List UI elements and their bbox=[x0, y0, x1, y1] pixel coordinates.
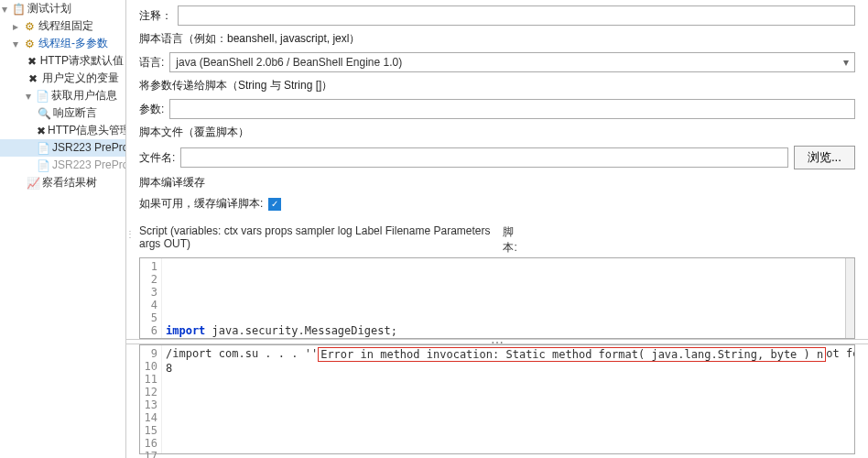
chevron-down-icon: ▾ bbox=[843, 56, 849, 69]
line-gutter: 1234567891011121314151617181920 bbox=[140, 258, 162, 339]
main-panel: 注释： 脚本语言（例如：beanshell, javascript, jexl）… bbox=[126, 0, 868, 458]
error-panel[interactable]: 91011121314151617181920 /import com.su .… bbox=[139, 344, 855, 454]
pass-params-label: 将参数传递给脚本（String 与 String []） bbox=[139, 78, 332, 93]
error-gutter: 91011121314151617181920 bbox=[140, 345, 162, 453]
scrollbar-vertical[interactable] bbox=[845, 258, 854, 338]
script-desc: Script (variables: ctx vars props sample… bbox=[139, 224, 503, 256]
tree-jsr-active[interactable]: 📄JSR223 PreProcessor(账密 bbox=[0, 139, 125, 157]
cache-checkbox[interactable]: ✓ bbox=[268, 198, 281, 211]
tree-http-default[interactable]: ✖HTTP请求默认值 bbox=[0, 52, 125, 70]
language-select[interactable]: java (BeanShell 2.0b6 / BeanShell Engine… bbox=[169, 52, 855, 72]
comment-input[interactable] bbox=[178, 5, 855, 26]
tree-fixed-group[interactable]: ▸⚙线程组固定 bbox=[0, 17, 125, 35]
horizontal-splitter[interactable] bbox=[126, 339, 868, 344]
tree-root[interactable]: ▾📋测试计划 bbox=[0, 0, 125, 17]
tree-panel: ▾📋测试计划 ▸⚙线程组固定 ▾⚙线程组-多参数 ✖HTTP请求默认值 ✖用户定… bbox=[0, 0, 126, 458]
filename-input[interactable] bbox=[180, 147, 788, 168]
tree-result-tree[interactable]: 📈察看结果树 bbox=[0, 174, 125, 191]
tree-assertion[interactable]: 🔍响应断言 bbox=[0, 104, 125, 122]
lang-label: 语言: bbox=[139, 55, 164, 71]
browse-button[interactable]: 浏览... bbox=[794, 146, 855, 169]
tree-header-mgr[interactable]: ✖HTTP信息头管理器 bbox=[0, 122, 125, 139]
script-editor[interactable]: 1234567891011121314151617181920 import j… bbox=[139, 257, 855, 339]
tree-user-info[interactable]: ▾📄获取用户信息 bbox=[0, 87, 125, 104]
splitter-handle[interactable]: ⋮ bbox=[125, 229, 135, 239]
params-input[interactable] bbox=[169, 99, 855, 119]
code-body[interactable]: import java.security.MessageDigest; //im… bbox=[162, 258, 854, 339]
file-label: 文件名: bbox=[139, 150, 175, 166]
script-file-label: 脚本文件（覆盖脚本） bbox=[139, 125, 249, 140]
cache-group-label: 脚本编译缓存 bbox=[139, 175, 205, 191]
params-label: 参数: bbox=[139, 102, 164, 117]
error-body: /import com.su . . . '' Error in method … bbox=[162, 345, 854, 453]
tree-multi-group[interactable]: ▾⚙线程组-多参数 bbox=[0, 35, 125, 52]
cache-label: 如果可用，缓存编译脚本: bbox=[139, 196, 263, 212]
tree-user-vars[interactable]: ✖用户定义的变量 bbox=[0, 70, 125, 87]
lang-note: 脚本语言（例如：beanshell, javascript, jexl） bbox=[139, 31, 360, 47]
script-label: 脚本: bbox=[503, 224, 526, 256]
comment-label: 注释： bbox=[139, 8, 172, 24]
tree-jsr-disabled[interactable]: 📄JSR223 PreProcessor(账密 bbox=[0, 157, 125, 174]
